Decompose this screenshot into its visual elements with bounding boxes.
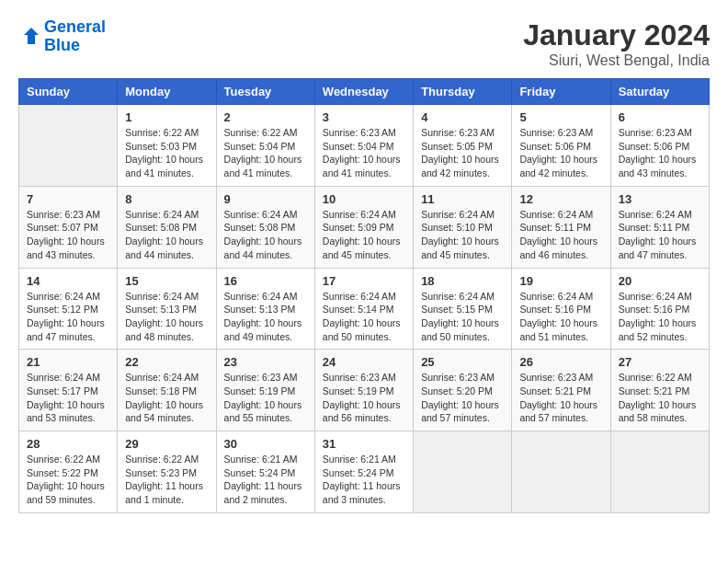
day-number: 30 (224, 437, 307, 451)
day-info: Sunrise: 6:22 AM Sunset: 5:04 PM Dayligh… (224, 126, 307, 180)
day-number: 5 (519, 110, 602, 124)
day-info: Sunrise: 6:23 AM Sunset: 5:04 PM Dayligh… (323, 126, 405, 180)
day-info: Sunrise: 6:23 AM Sunset: 5:06 PM Dayligh… (619, 126, 701, 180)
day-info: Sunrise: 6:23 AM Sunset: 5:20 PM Dayligh… (421, 371, 504, 425)
day-number: 25 (421, 355, 504, 369)
day-number: 12 (519, 192, 602, 206)
column-header-monday: Monday (118, 79, 216, 105)
calendar-cell: 24 Sunrise: 6:23 AM Sunset: 5:19 PM Dayl… (314, 350, 413, 431)
day-info: Sunrise: 6:24 AM Sunset: 5:09 PM Dayligh… (323, 208, 405, 262)
day-info: Sunrise: 6:21 AM Sunset: 5:24 PM Dayligh… (224, 453, 307, 507)
column-header-sunday: Sunday (19, 79, 118, 105)
calendar-header-row: SundayMondayTuesdayWednesdayThursdayFrid… (19, 79, 710, 105)
day-number: 24 (323, 355, 405, 369)
day-info: Sunrise: 6:24 AM Sunset: 5:11 PM Dayligh… (519, 208, 602, 262)
column-header-friday: Friday (512, 79, 610, 105)
day-number: 14 (27, 274, 109, 288)
day-info: Sunrise: 6:23 AM Sunset: 5:06 PM Dayligh… (519, 126, 602, 180)
day-info: Sunrise: 6:24 AM Sunset: 5:08 PM Dayligh… (224, 208, 307, 262)
day-info: Sunrise: 6:23 AM Sunset: 5:05 PM Dayligh… (421, 126, 504, 180)
week-row-3: 14 Sunrise: 6:24 AM Sunset: 5:12 PM Dayl… (19, 268, 710, 350)
calendar-cell: 13 Sunrise: 6:24 AM Sunset: 5:11 PM Dayl… (610, 186, 709, 268)
day-info: Sunrise: 6:24 AM Sunset: 5:11 PM Dayligh… (619, 208, 701, 262)
calendar-table: SundayMondayTuesdayWednesdayThursdayFrid… (18, 78, 710, 513)
day-number: 10 (323, 192, 405, 206)
day-info: Sunrise: 6:24 AM Sunset: 5:17 PM Dayligh… (27, 371, 109, 425)
week-row-5: 28 Sunrise: 6:22 AM Sunset: 5:22 PM Dayl… (19, 431, 710, 513)
day-info: Sunrise: 6:24 AM Sunset: 5:16 PM Dayligh… (519, 290, 602, 344)
calendar-cell: 11 Sunrise: 6:24 AM Sunset: 5:10 PM Dayl… (414, 186, 512, 268)
calendar-cell: 31 Sunrise: 6:21 AM Sunset: 5:24 PM Dayl… (314, 431, 413, 513)
calendar-cell (414, 431, 512, 513)
calendar-cell: 29 Sunrise: 6:22 AM Sunset: 5:23 PM Dayl… (118, 431, 216, 513)
day-info: Sunrise: 6:24 AM Sunset: 5:13 PM Dayligh… (224, 290, 307, 344)
day-number: 6 (619, 110, 701, 124)
calendar-cell: 28 Sunrise: 6:22 AM Sunset: 5:22 PM Dayl… (19, 431, 118, 513)
day-info: Sunrise: 6:24 AM Sunset: 5:08 PM Dayligh… (125, 208, 208, 262)
calendar-cell: 21 Sunrise: 6:24 AM Sunset: 5:17 PM Dayl… (19, 350, 118, 431)
calendar-cell: 7 Sunrise: 6:23 AM Sunset: 5:07 PM Dayli… (19, 186, 118, 268)
day-info: Sunrise: 6:22 AM Sunset: 5:23 PM Dayligh… (125, 453, 208, 507)
logo-text: General Blue (44, 18, 106, 55)
calendar-cell: 15 Sunrise: 6:24 AM Sunset: 5:13 PM Dayl… (118, 268, 216, 350)
day-number: 17 (323, 274, 405, 288)
calendar-cell (19, 105, 118, 187)
week-row-2: 7 Sunrise: 6:23 AM Sunset: 5:07 PM Dayli… (19, 186, 710, 268)
day-number: 19 (519, 274, 602, 288)
logo: General Blue (18, 18, 106, 55)
day-number: 11 (421, 192, 504, 206)
calendar-cell (610, 431, 709, 513)
day-info: Sunrise: 6:24 AM Sunset: 5:15 PM Dayligh… (421, 290, 504, 344)
day-number: 22 (125, 355, 208, 369)
day-number: 26 (519, 355, 602, 369)
day-number: 31 (323, 437, 405, 451)
day-number: 9 (224, 192, 307, 206)
day-number: 8 (125, 192, 208, 206)
day-info: Sunrise: 6:23 AM Sunset: 5:19 PM Dayligh… (323, 371, 405, 425)
calendar-cell: 23 Sunrise: 6:23 AM Sunset: 5:19 PM Dayl… (216, 350, 314, 431)
column-header-wednesday: Wednesday (314, 79, 413, 105)
title-section: January 2024 Siuri, West Bengal, India (523, 18, 710, 69)
day-info: Sunrise: 6:23 AM Sunset: 5:19 PM Dayligh… (224, 371, 307, 425)
day-number: 7 (27, 192, 109, 206)
week-row-1: 1 Sunrise: 6:22 AM Sunset: 5:03 PM Dayli… (19, 105, 710, 187)
calendar-cell: 18 Sunrise: 6:24 AM Sunset: 5:15 PM Dayl… (414, 268, 512, 350)
calendar-cell: 26 Sunrise: 6:23 AM Sunset: 5:21 PM Dayl… (512, 350, 610, 431)
day-info: Sunrise: 6:24 AM Sunset: 5:18 PM Dayligh… (125, 371, 208, 425)
logo-icon (18, 26, 40, 48)
calendar-cell: 27 Sunrise: 6:22 AM Sunset: 5:21 PM Dayl… (610, 350, 709, 431)
calendar-cell: 4 Sunrise: 6:23 AM Sunset: 5:05 PM Dayli… (414, 105, 512, 187)
column-header-tuesday: Tuesday (216, 79, 314, 105)
day-number: 28 (27, 437, 109, 451)
calendar-cell: 19 Sunrise: 6:24 AM Sunset: 5:16 PM Dayl… (512, 268, 610, 350)
day-info: Sunrise: 6:24 AM Sunset: 5:16 PM Dayligh… (619, 290, 701, 344)
calendar-cell: 9 Sunrise: 6:24 AM Sunset: 5:08 PM Dayli… (216, 186, 314, 268)
day-number: 15 (125, 274, 208, 288)
day-number: 29 (125, 437, 208, 451)
day-info: Sunrise: 6:22 AM Sunset: 5:22 PM Dayligh… (27, 453, 109, 507)
page-subtitle: Siuri, West Bengal, India (523, 52, 710, 69)
day-info: Sunrise: 6:24 AM Sunset: 5:10 PM Dayligh… (421, 208, 504, 262)
calendar-cell: 5 Sunrise: 6:23 AM Sunset: 5:06 PM Dayli… (512, 105, 610, 187)
calendar-cell: 30 Sunrise: 6:21 AM Sunset: 5:24 PM Dayl… (216, 431, 314, 513)
day-number: 4 (421, 110, 504, 124)
day-info: Sunrise: 6:21 AM Sunset: 5:24 PM Dayligh… (323, 453, 405, 507)
day-number: 13 (619, 192, 701, 206)
day-number: 27 (619, 355, 701, 369)
page-header: General Blue January 2024 Siuri, West Be… (18, 18, 710, 69)
calendar-cell: 3 Sunrise: 6:23 AM Sunset: 5:04 PM Dayli… (314, 105, 413, 187)
day-number: 3 (323, 110, 405, 124)
calendar-body: 1 Sunrise: 6:22 AM Sunset: 5:03 PM Dayli… (19, 105, 710, 513)
day-number: 21 (27, 355, 109, 369)
column-header-thursday: Thursday (414, 79, 512, 105)
calendar-cell: 17 Sunrise: 6:24 AM Sunset: 5:14 PM Dayl… (314, 268, 413, 350)
day-number: 16 (224, 274, 307, 288)
calendar-cell: 2 Sunrise: 6:22 AM Sunset: 5:04 PM Dayli… (216, 105, 314, 187)
calendar-cell: 6 Sunrise: 6:23 AM Sunset: 5:06 PM Dayli… (610, 105, 709, 187)
day-info: Sunrise: 6:23 AM Sunset: 5:07 PM Dayligh… (27, 208, 109, 262)
day-number: 2 (224, 110, 307, 124)
day-info: Sunrise: 6:24 AM Sunset: 5:14 PM Dayligh… (323, 290, 405, 344)
day-info: Sunrise: 6:22 AM Sunset: 5:03 PM Dayligh… (125, 126, 208, 180)
day-number: 23 (224, 355, 307, 369)
calendar-cell (512, 431, 610, 513)
